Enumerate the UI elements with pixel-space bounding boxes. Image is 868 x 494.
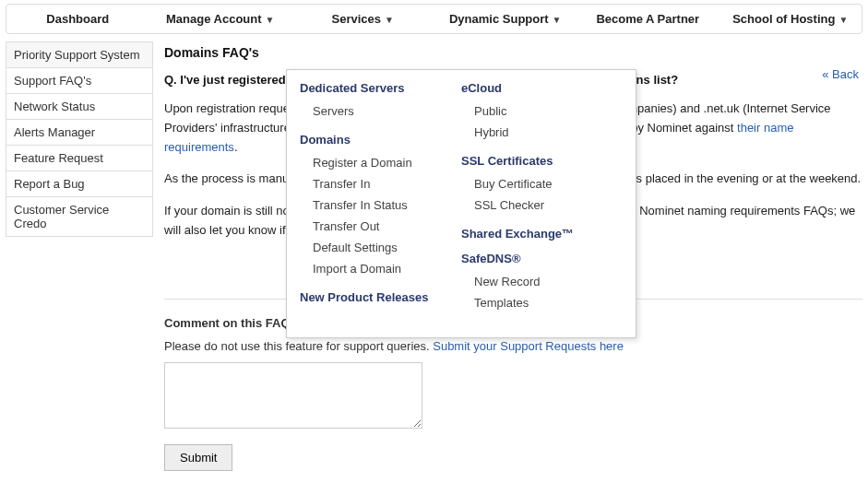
menu-link-public[interactable]: Public (461, 100, 623, 122)
nav-services[interactable]: Services▼ (291, 5, 434, 33)
caret-down-icon: ▼ (553, 15, 562, 25)
nav-become-a-partner[interactable]: Become A Partner (577, 5, 719, 33)
menu-header-ecloud[interactable]: eCloud (461, 81, 623, 95)
menu-link-ssl-checker[interactable]: SSL Checker (461, 194, 623, 216)
menu-link-transfer-in-status[interactable]: Transfer In Status (300, 194, 461, 216)
back-link[interactable]: « Back (822, 67, 859, 81)
sidebar-item-network-status[interactable]: Network Status (6, 94, 153, 120)
menu-header-new-product-releases[interactable]: New Product Releases (300, 290, 461, 304)
nav-dashboard[interactable]: Dashboard (6, 5, 149, 33)
sidebar-item-support-faq-s[interactable]: Support FAQ's (6, 68, 153, 94)
nav-school-of-hosting[interactable]: School of Hosting▼ (719, 5, 862, 33)
sidebar-item-report-a-bug[interactable]: Report a Bug (6, 171, 153, 197)
menu-link-servers[interactable]: Servers (300, 100, 461, 122)
menu-link-buy-certificate[interactable]: Buy Certificate (461, 173, 623, 194)
menu-header-domains[interactable]: Domains (300, 133, 461, 147)
disclaimer-text: Please do not use this feature for suppo… (164, 339, 433, 353)
faq-text: . (234, 140, 238, 154)
caret-down-icon: ▼ (385, 15, 394, 25)
caret-down-icon: ▼ (266, 15, 275, 25)
sidebar-item-feature-request[interactable]: Feature Request (6, 146, 153, 171)
menu-link-transfer-in[interactable]: Transfer In (300, 173, 461, 194)
menu-link-transfer-out[interactable]: Transfer Out (300, 216, 461, 237)
page-title: Domains FAQ's (164, 45, 862, 60)
top-nav: DashboardManage Account▼Services▼Dynamic… (6, 4, 862, 34)
menu-header-safedns-[interactable]: SafeDNS® (461, 252, 623, 265)
sidebar: Priority Support SystemSupport FAQ'sNetw… (6, 41, 153, 471)
menu-header-shared-exchange-[interactable]: Shared Exchange™ (461, 227, 623, 241)
menu-link-new-record[interactable]: New Record (461, 271, 623, 292)
services-mega-menu: Dedicated ServersServersDomainsRegister … (286, 69, 636, 338)
support-requests-link[interactable]: Submit your Support Requests here (433, 339, 624, 353)
comment-textarea[interactable] (164, 362, 422, 429)
sidebar-item-alerts-manager[interactable]: Alerts Manager (6, 120, 153, 146)
menu-header-dedicated-servers[interactable]: Dedicated Servers (300, 81, 461, 95)
nav-dynamic-support[interactable]: Dynamic Support▼ (434, 5, 577, 33)
caret-down-icon: ▼ (838, 15, 848, 25)
menu-link-hybrid[interactable]: Hybrid (461, 122, 623, 143)
comment-disclaimer: Please do not use this feature for suppo… (164, 339, 862, 353)
sidebar-item-priority-support-system[interactable]: Priority Support System (6, 41, 153, 68)
nav-manage-account[interactable]: Manage Account▼ (149, 5, 292, 33)
menu-header-ssl-certificates[interactable]: SSL Certificates (461, 154, 623, 168)
menu-link-register-a-domain[interactable]: Register a Domain (300, 152, 461, 173)
submit-button[interactable]: Submit (164, 444, 232, 471)
menu-link-default-settings[interactable]: Default Settings (300, 237, 461, 258)
menu-link-templates[interactable]: Templates (461, 292, 623, 313)
sidebar-item-customer-service-credo[interactable]: Customer Service Credo (6, 197, 153, 237)
menu-link-import-a-domain[interactable]: Import a Domain (300, 258, 461, 279)
